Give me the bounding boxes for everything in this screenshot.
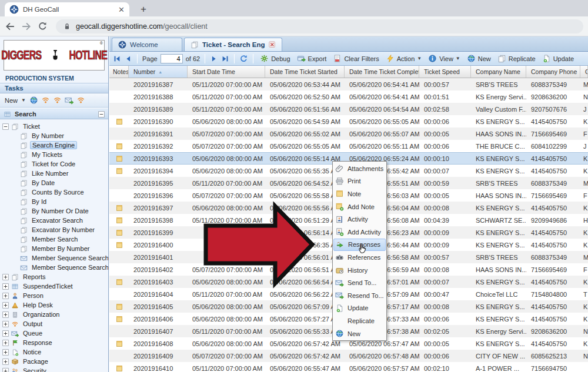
column-header-c[interactable]: C [580, 66, 588, 78]
menu-item-send-to[interactable]: Send To... [333, 276, 386, 289]
tree-item-by-number[interactable]: By Number [2, 131, 108, 140]
refresh-icon[interactable] [239, 54, 248, 63]
back-icon[interactable] [5, 21, 15, 32]
table-row[interactable]: 2020191638705/11/2020 07:00:00 AM05/06/2… [109, 78, 588, 91]
table-row[interactable]: 2020191639205/07/2020 07:00:00 AM05/06/2… [109, 140, 588, 152]
menu-item-references[interactable]: References [333, 251, 386, 264]
menu-item-update[interactable]: Update [333, 302, 386, 315]
last-page-icon[interactable] [221, 55, 229, 63]
antenna-icon[interactable] [41, 96, 50, 105]
column-header-company-name[interactable]: Company Name [471, 66, 526, 78]
menu-item-attachments[interactable]: Attachments [333, 162, 386, 175]
debug-button[interactable]: Debug [258, 54, 292, 63]
column-header-date-time-ticket-started[interactable]: Date Time Ticket Started [265, 66, 345, 78]
expander-plus-icon[interactable] [2, 311, 9, 318]
tree-item-search-engine[interactable]: Search Engine [2, 140, 108, 150]
expander-plus-icon[interactable] [2, 302, 9, 309]
page-number-input[interactable] [161, 54, 183, 63]
tree-item-ticket-for-code[interactable]: Ticket for Code [2, 159, 108, 169]
clear-filters-button[interactable]: Clear Filters [331, 54, 380, 63]
reload-icon[interactable] [38, 21, 48, 31]
tree-item-by-id[interactable]: By Id [2, 197, 108, 206]
forward-icon[interactable] [21, 21, 32, 32]
menu-item-new[interactable]: New [333, 327, 386, 340]
column-header-company-phone[interactable]: Company Phone [526, 66, 580, 78]
table-row[interactable]: 2020191638905/11/2020 07:00:00 AM05/06/2… [109, 103, 588, 115]
new-tab-button[interactable]: + [136, 4, 151, 15]
expander-plus-icon[interactable] [2, 330, 9, 337]
first-page-icon[interactable] [113, 55, 121, 63]
tree-item-by-date[interactable]: By Date [2, 178, 108, 187]
column-header-ticket-speed[interactable]: Ticket Speed [419, 66, 471, 78]
expander-plus-icon[interactable] [2, 321, 9, 327]
column-header-start-date-time[interactable]: Start Date Time [188, 66, 265, 78]
tree-item-security[interactable]: Security [2, 366, 108, 372]
menu-item-print[interactable]: Print [333, 175, 386, 188]
tree-item-reports[interactable]: Reports [2, 272, 108, 281]
tab-ticket-search-engine[interactable]: Ticket - Search Eng [184, 38, 282, 51]
tab-close-icon[interactable]: ✕ [118, 5, 125, 14]
tree-item-output[interactable]: Output [2, 319, 108, 329]
tree-item-member-sequence-search[interactable]: Member Sequence Search [2, 253, 108, 263]
next-page-icon[interactable] [210, 55, 218, 63]
new-button[interactable]: New [5, 97, 18, 104]
tree-item-counts-by-source[interactable]: Counts By Source [2, 187, 108, 197]
search-section-header[interactable]: Search [0, 109, 108, 119]
expander-plus-icon[interactable] [2, 368, 9, 372]
tree-item-help-desk[interactable]: Help Desk [2, 300, 108, 310]
update-button[interactable]: Update [540, 54, 576, 63]
tree-item-queue[interactable]: Queue [2, 329, 108, 338]
export-button[interactable]: Export [295, 54, 329, 63]
menu-item-resend-to[interactable]: Resend To... [333, 289, 386, 302]
tree-item-my-tickets[interactable]: My Tickets [2, 150, 108, 159]
menu-item-note[interactable]: Note [333, 187, 386, 200]
tree-item-excavator-search[interactable]: Excavator Search [2, 216, 108, 225]
envelope-send-icon[interactable] [65, 96, 74, 105]
column-header-date-time-ticket-completed[interactable]: Date Time Ticket Completed [345, 66, 419, 78]
expander-plus-icon[interactable] [2, 283, 9, 290]
menu-item-activity[interactable]: Activity [333, 213, 386, 226]
tree-item-member-by-number[interactable]: Member By Number [2, 244, 108, 253]
expander-plus-icon[interactable] [2, 293, 9, 299]
expander-plus-icon[interactable] [2, 340, 9, 346]
menu-item-replicate[interactable]: Replicate [333, 314, 386, 327]
tree-item-organization[interactable]: Organization [2, 310, 108, 319]
antenna-icon[interactable] [76, 96, 85, 105]
tree-item-by-number-or-date[interactable]: By Number Or Date [2, 206, 108, 216]
antenna-icon[interactable] [53, 96, 62, 105]
browser-tab[interactable]: DH GeoCall ✕ [5, 2, 129, 16]
table-row[interactable]: 2020191641005/11/2020 07:00:00 AM05/06/2… [109, 362, 588, 372]
tree-item-person[interactable]: Person [2, 291, 108, 300]
column-header-number[interactable]: Number▲ [129, 66, 188, 78]
tree-item-member-search[interactable]: Member Search [2, 234, 108, 244]
menu-item-history[interactable]: History [333, 264, 386, 277]
tree-item-like-number[interactable]: Like Number [2, 169, 108, 178]
chevron-down-icon[interactable]: ▼ [21, 98, 26, 103]
url-bar[interactable]: geocall.diggershotline.com/geocall/clien… [56, 19, 583, 33]
expander-plus-icon[interactable] [2, 349, 9, 356]
globe-icon[interactable] [29, 96, 38, 105]
column-header-notes[interactable]: Notes [109, 66, 129, 78]
menu-item-add-note[interactable]: Add Note [333, 200, 386, 213]
replicate-button[interactable]: Replicate [496, 54, 537, 63]
tab-welcome[interactable]: Welcome [112, 38, 182, 51]
new-button[interactable]: New [465, 54, 493, 63]
table-row[interactable]: 2020191640905/07/2020 07:00:00 AM05/06/2… [109, 350, 588, 362]
table-row[interactable]: 2020191639005/06/2020 08:00:00 AM05/06/2… [109, 115, 588, 128]
collapse-minus-icon[interactable] [98, 111, 105, 118]
tree-item-suspendedticket[interactable]: SuspendedTicket [2, 281, 108, 291]
view-menu-button[interactable]: View▼ [426, 54, 462, 63]
expander-minus-icon[interactable] [2, 123, 9, 130]
tree-item-package[interactable]: Package [2, 357, 108, 366]
tree-item-notice[interactable]: Notice [2, 347, 108, 357]
expander-plus-icon[interactable] [2, 274, 9, 280]
tree-item-member-sequence-search-by[interactable]: Member Sequence Search By [2, 263, 108, 272]
tree-item-response[interactable]: Response [2, 338, 108, 347]
previous-page-icon[interactable] [124, 55, 132, 63]
table-row[interactable]: 2020191639105/07/2020 07:00:00 AM05/06/2… [109, 128, 588, 140]
menu-item-responses[interactable]: Responses [333, 239, 386, 252]
tree-item-excavator-by-number[interactable]: Excavator By Number [2, 225, 108, 234]
expander-plus-icon[interactable] [2, 358, 9, 365]
table-row[interactable]: 2020191638805/11/2020 07:00:00 AM05/06/2… [109, 91, 588, 103]
action-menu-button[interactable]: Action▼ [384, 54, 424, 63]
